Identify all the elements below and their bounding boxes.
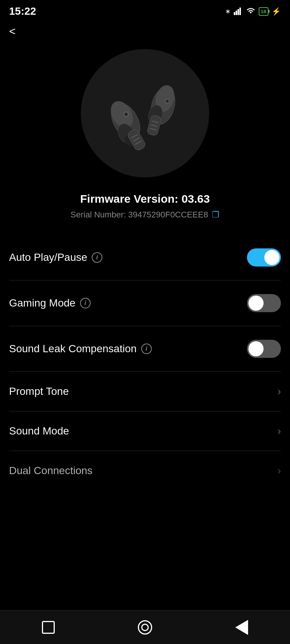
device-image-container <box>0 42 290 189</box>
svg-rect-1 <box>236 11 237 15</box>
signal-icon <box>234 8 243 15</box>
settings-item-gaming-mode[interactable]: Gaming Mode i <box>9 280 281 326</box>
battery-icon: 18 <box>259 7 268 16</box>
auto-play-pause-info-icon[interactable]: i <box>92 252 102 263</box>
nav-square-button[interactable] <box>37 616 60 639</box>
settings-item-dual-connections[interactable]: Dual Connections › <box>9 451 281 484</box>
serial-number-container: Serial Number: 39475290F0CCEEE8 ❐ <box>9 210 281 220</box>
circle-icon <box>138 620 152 635</box>
settings-item-auto-play-pause[interactable]: Auto Play/Pause i <box>9 235 281 280</box>
status-bar: 15:22 ∗ 18 ⚡ <box>0 0 290 21</box>
settings-item-left: Gaming Mode i <box>9 297 91 309</box>
square-icon <box>42 621 55 634</box>
settings-item-left: Sound Leak Compensation i <box>9 343 152 355</box>
settings-item-sound-mode[interactable]: Sound Mode › <box>9 411 281 451</box>
sound-mode-chevron-icon: › <box>278 425 281 437</box>
nav-back-button[interactable] <box>230 616 253 639</box>
settings-item-sound-leak-compensation[interactable]: Sound Leak Compensation i <box>9 326 281 372</box>
back-button[interactable]: < <box>0 21 25 42</box>
settings-item-prompt-tone[interactable]: Prompt Tone › <box>9 372 281 411</box>
nav-home-button[interactable] <box>134 616 156 639</box>
toggle-knob <box>248 296 264 311</box>
sound-leak-compensation-toggle[interactable] <box>247 340 281 358</box>
dual-connections-chevron-icon: › <box>278 465 281 477</box>
copy-icon[interactable]: ❐ <box>212 210 219 220</box>
settings-item-left: Prompt Tone <box>9 385 69 397</box>
charging-icon: ⚡ <box>271 7 281 16</box>
prompt-tone-label: Prompt Tone <box>9 385 69 397</box>
status-icons: ∗ 18 ⚡ <box>225 7 281 16</box>
auto-play-pause-label: Auto Play/Pause <box>9 251 87 263</box>
sound-leak-compensation-label: Sound Leak Compensation <box>9 343 137 355</box>
prompt-tone-chevron-icon: › <box>278 385 281 397</box>
svg-rect-0 <box>234 12 235 15</box>
device-info: Firmware Version: 03.63 Serial Number: 3… <box>0 189 290 235</box>
sound-mode-label: Sound Mode <box>9 425 69 437</box>
earbuds-image <box>92 60 198 166</box>
bottom-nav <box>0 610 290 644</box>
firmware-version: Firmware Version: 03.63 <box>9 193 281 205</box>
settings-item-left: Sound Mode <box>9 425 69 437</box>
gaming-mode-toggle[interactable] <box>247 294 281 312</box>
toggle-knob <box>248 341 264 356</box>
auto-play-pause-toggle[interactable] <box>247 248 281 267</box>
gaming-mode-label: Gaming Mode <box>9 297 76 309</box>
sound-leak-compensation-info-icon[interactable]: i <box>141 344 152 354</box>
bluetooth-icon: ∗ <box>225 7 231 15</box>
status-time: 15:22 <box>9 5 36 17</box>
settings-list: Auto Play/Pause i Gaming Mode i Sound Le… <box>0 235 290 484</box>
gaming-mode-info-icon[interactable]: i <box>80 298 91 308</box>
triangle-icon <box>235 620 248 635</box>
svg-rect-3 <box>239 8 241 15</box>
dual-connections-label: Dual Connections <box>9 465 93 477</box>
settings-item-left: Auto Play/Pause i <box>9 251 102 263</box>
toggle-knob <box>264 250 279 265</box>
device-circle <box>81 49 209 177</box>
wifi-icon <box>246 8 256 15</box>
settings-item-left: Dual Connections <box>9 465 93 477</box>
serial-number-text: Serial Number: 39475290F0CCEEE8 <box>71 210 208 220</box>
svg-rect-2 <box>238 9 239 15</box>
